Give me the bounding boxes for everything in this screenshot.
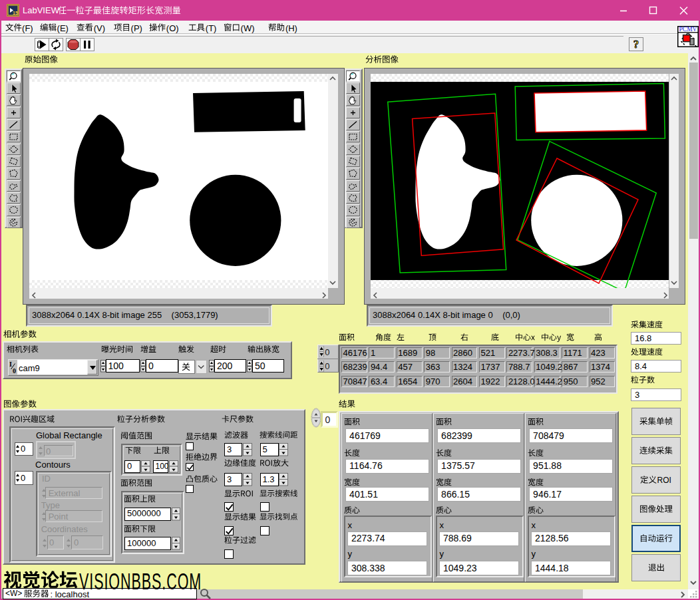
svg-text:?: ? xyxy=(633,38,639,51)
svg-text:15: 15 xyxy=(13,11,18,15)
svg-text:PCMV: PCMV xyxy=(679,26,697,33)
svg-text:0: 0 xyxy=(13,367,16,374)
svg-text:I: I xyxy=(9,361,12,368)
